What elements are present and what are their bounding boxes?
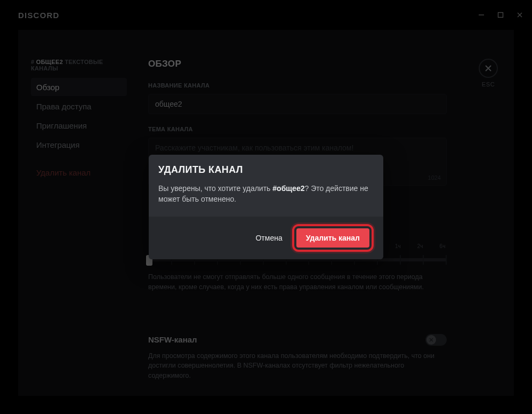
modal-title: УДАЛИТЬ КАНАЛ (158, 164, 374, 176)
modal-text: Вы уверены, что хотите удалить #общее2? … (158, 183, 374, 205)
cancel-button[interactable]: Отмена (255, 234, 282, 242)
delete-channel-modal: УДАЛИТЬ КАНАЛ Вы уверены, что хотите уда… (149, 155, 383, 259)
delete-button-highlight: Удалить канал (292, 224, 374, 252)
modal-overlay: УДАЛИТЬ КАНАЛ Вы уверены, что хотите уда… (0, 0, 532, 414)
delete-channel-button[interactable]: Удалить канал (296, 228, 369, 248)
